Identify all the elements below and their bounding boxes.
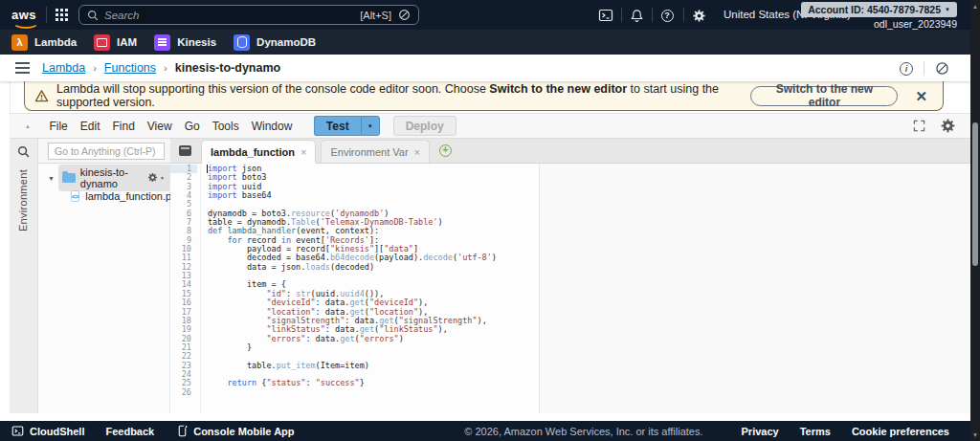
- tab-strip: lambda_function×Environment Var×+: [170, 139, 970, 164]
- switch-to-new-editor-button[interactable]: Switch to the new editor: [750, 86, 898, 106]
- menu-file[interactable]: File: [43, 120, 74, 133]
- account-menu[interactable]: Account ID: 4540-7879-7825 ▼: [801, 2, 957, 17]
- question-mark: ?: [661, 10, 674, 22]
- tree-file-row[interactable]: lambda_function.py: [38, 188, 170, 204]
- search-column: [10, 139, 38, 164]
- feedback-button[interactable]: Feedback: [105, 426, 154, 437]
- lambda-icon: [11, 34, 28, 51]
- breadcrumb-functions[interactable]: Functions: [104, 61, 156, 75]
- close-icon[interactable]: ✕: [915, 89, 927, 103]
- menu-view[interactable]: View: [141, 120, 178, 133]
- environment-panel-tab[interactable]: Environment: [17, 169, 29, 232]
- notifications-bell-icon[interactable]: [629, 8, 644, 23]
- menu-go[interactable]: Go: [178, 120, 206, 133]
- code-line[interactable]: 4import base64: [170, 191, 970, 200]
- breadcrumb-kinesis-to-dynamo: kinesis-to-dynamo: [175, 61, 280, 75]
- fullscreen-icon[interactable]: [913, 120, 925, 132]
- close-tab-icon[interactable]: ×: [414, 146, 420, 158]
- deploy-button[interactable]: Deploy: [393, 116, 457, 136]
- mobile-app-label: Console Mobile App: [193, 426, 294, 437]
- divider: [652, 8, 653, 22]
- circle-slash-icon: [398, 9, 411, 21]
- favorite-label: Lambda: [34, 36, 77, 48]
- scroll-up-arrow[interactable]: ▲: [970, 3, 980, 10]
- menu-tools[interactable]: Tools: [206, 120, 245, 133]
- console-mobile-app-button[interactable]: Console Mobile App: [177, 425, 294, 437]
- code-line[interactable]: 21 }: [170, 343, 970, 352]
- test-dropdown-icon[interactable]: ▼: [361, 116, 380, 136]
- tab-list-icon[interactable]: [179, 145, 191, 156]
- editor-settings-gear-icon[interactable]: [940, 118, 956, 134]
- line-number: 3: [170, 183, 197, 191]
- services-grid-icon[interactable]: [56, 9, 69, 22]
- menu-find[interactable]: Find: [106, 120, 141, 133]
- breadcrumb-lambda[interactable]: Lambda: [42, 61, 85, 75]
- circle-slash-icon[interactable]: [935, 61, 949, 76]
- warning-icon: [34, 89, 49, 103]
- code-line[interactable]: 26: [170, 388, 970, 397]
- code-line[interactable]: 13: [170, 272, 970, 280]
- menu-window[interactable]: Window: [245, 120, 299, 133]
- footer-link-terms[interactable]: Terms: [800, 426, 831, 437]
- chevron-down-icon: ▼: [945, 7, 950, 12]
- help-icon[interactable]: ?: [659, 8, 675, 23]
- grid-dots: [56, 9, 58, 11]
- goto-anything-input[interactable]: [48, 143, 165, 160]
- scroll-down-arrow[interactable]: ▼: [970, 431, 980, 438]
- mobile-phone-icon: [177, 425, 188, 437]
- code-line[interactable]: 3import uuid: [170, 183, 970, 191]
- terminal-icon: [11, 425, 24, 437]
- code-line[interactable]: 20 "errors": data.get("errors"): [170, 335, 970, 343]
- browser-scrollbar[interactable]: ▲ ▼: [970, 0, 980, 441]
- line-number: 8: [170, 227, 197, 235]
- tab-environment-var[interactable]: Environment Var×: [321, 140, 430, 163]
- line-number: 1: [170, 165, 197, 173]
- code-pane[interactable]: 1import json2import boto33import uuid4im…: [170, 164, 970, 413]
- editor-menubar: ▲ FileEditFindViewGoToolsWindow Test ▼ D…: [10, 114, 970, 139]
- global-search[interactable]: [Alt+S]: [78, 5, 419, 25]
- code-line[interactable]: 23 table.put_item(Item=item): [170, 362, 970, 370]
- breadcrumb-separator: ›: [164, 62, 167, 74]
- code-line[interactable]: 1import json: [170, 165, 970, 173]
- tree-settings-gear-icon[interactable]: ▼: [147, 172, 165, 183]
- aws-logo[interactable]: aws: [11, 6, 40, 23]
- favorite-kinesis[interactable]: Kinesis: [154, 34, 216, 51]
- cloudshell-button[interactable]: CloudShell: [11, 425, 84, 437]
- footer-link-privacy[interactable]: Privacy: [742, 426, 779, 437]
- footer-link-cookie-preferences[interactable]: Cookie preferences: [852, 426, 949, 437]
- favorite-dynamodb[interactable]: DynamoDB: [234, 34, 316, 51]
- close-tab-icon[interactable]: ×: [301, 146, 306, 158]
- search-icon: [87, 10, 99, 21]
- collapse-menubar-icon[interactable]: ▲: [25, 123, 31, 129]
- caret-down-icon[interactable]: ▼: [48, 175, 55, 182]
- footer-links: PrivacyTermsCookie preferences: [721, 426, 949, 437]
- code-line[interactable]: 2import boto3: [170, 173, 970, 182]
- info-icon[interactable]: i: [900, 62, 913, 76]
- line-number: 5: [170, 200, 197, 209]
- menu-edit[interactable]: Edit: [74, 120, 106, 133]
- search-input[interactable]: [104, 10, 360, 21]
- settings-gear-icon[interactable]: [691, 8, 706, 23]
- file-tree: ▼ kinesis-to-dynamo ▼ lambda_function.py: [38, 164, 170, 413]
- new-tab-plus-icon[interactable]: +: [439, 144, 452, 157]
- username-label: odl_user_2023949: [874, 18, 957, 30]
- hamburger-menu-icon[interactable]: [15, 67, 30, 69]
- favorite-iam[interactable]: IAM: [94, 34, 137, 51]
- favorites-bar: LambdaIAMKinesisDynamoDB: [0, 30, 970, 55]
- code-line[interactable]: 25 return {"status": "success"}: [170, 379, 970, 387]
- aws-logo-text: aws: [11, 8, 36, 22]
- tab-lambda-function[interactable]: lambda_function×: [201, 140, 316, 164]
- code-line[interactable]: 12 data = json.loads(decoded): [170, 263, 970, 272]
- favorite-label: IAM: [117, 36, 137, 48]
- test-button[interactable]: Test: [314, 116, 361, 136]
- cloudshell-icon[interactable]: [598, 8, 613, 23]
- favorite-lambda[interactable]: Lambda: [11, 34, 77, 51]
- scrollbar-thumb[interactable]: [972, 122, 978, 266]
- console-footer: CloudShell Feedback Console Mobile App ©…: [0, 421, 970, 441]
- top-navigation-bar: aws [Alt+S] ? United States (N.: [0, 0, 970, 30]
- python-file-icon: [71, 190, 79, 202]
- deprecation-warning-banner: Lambda will stop supporting this version…: [24, 81, 944, 111]
- breadcrumb-bar: Lambda›Functions›kinesis-to-dynamo i: [0, 55, 970, 81]
- tree-folder-row[interactable]: ▼ kinesis-to-dynamo ▼: [38, 169, 170, 187]
- breadcrumb: Lambda›Functions›kinesis-to-dynamo: [42, 61, 280, 75]
